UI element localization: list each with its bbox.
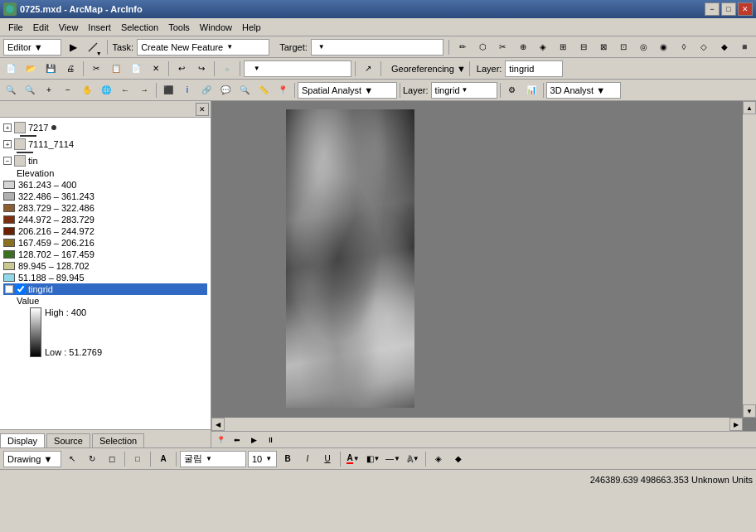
target-dropdown[interactable]: ▼: [311, 39, 443, 56]
expand-tingrid[interactable]: +: [5, 285, 13, 293]
toc-item-tin[interactable]: − tin: [3, 154, 207, 167]
spatial-analyst-dropdown[interactable]: Spatial Analyst ▼: [298, 82, 397, 99]
zoom-out[interactable]: 🔍: [21, 81, 39, 99]
v-scrollbar[interactable]: ▲ ▼: [743, 101, 756, 418]
scroll-up-btn[interactable]: ▲: [743, 101, 756, 114]
more-tool5[interactable]: ◎: [635, 38, 652, 56]
map-area[interactable]: ▲ ▼ ◀ ▶ 📍 ⬅ ▶ ⏸: [211, 101, 756, 447]
sa-layer-dropdown[interactable]: tingrid ▼: [431, 82, 497, 99]
h-scrollbar[interactable]: ◀ ▶: [211, 418, 743, 431]
draw-reshape[interactable]: ◻: [103, 450, 121, 468]
delete-std[interactable]: ✕: [147, 60, 165, 78]
copy-std[interactable]: 📋: [107, 60, 125, 78]
marker-btn[interactable]: ◆: [449, 450, 468, 468]
sketch-tool[interactable]: ✏: [454, 38, 471, 56]
go-to-xy[interactable]: 📍: [274, 81, 292, 99]
menu-help[interactable]: Help: [237, 21, 266, 34]
scroll-right-btn[interactable]: ▶: [729, 418, 743, 431]
open-btn[interactable]: 📂: [22, 60, 40, 78]
geo-label[interactable]: Georeferencing ▼: [391, 64, 466, 74]
save-btn[interactable]: 💾: [41, 60, 60, 78]
select-features[interactable]: ⬛: [159, 81, 177, 99]
toc-close-button[interactable]: ✕: [196, 103, 209, 116]
menu-tools[interactable]: Tools: [163, 21, 195, 34]
drawing-dropdown[interactable]: Drawing ▼: [3, 451, 61, 467]
reshape-tool[interactable]: ⬡: [474, 38, 491, 56]
underline-btn[interactable]: U: [318, 450, 337, 468]
paste-std[interactable]: 📄: [127, 60, 145, 78]
hyperlink[interactable]: 🔗: [197, 81, 216, 99]
arrow-tool[interactable]: ▶: [65, 38, 81, 56]
measure[interactable]: 📏: [254, 81, 273, 99]
vertex-tool[interactable]: ◈: [535, 38, 551, 56]
more-tool8[interactable]: ◇: [695, 38, 712, 56]
undo-btn[interactable]: ↩: [172, 60, 191, 78]
menu-view[interactable]: View: [54, 21, 84, 34]
checkbox-tingrid[interactable]: [16, 284, 26, 294]
menu-insert[interactable]: Insert: [83, 21, 116, 34]
scroll-left-btn[interactable]: ◀: [211, 418, 225, 431]
scale-dropdown[interactable]: ▼: [244, 60, 351, 77]
font-color-btn[interactable]: A ▼: [344, 450, 362, 468]
draw-rotate[interactable]: ↻: [83, 450, 101, 468]
fixed-zoom-out[interactable]: −: [59, 81, 77, 99]
fill-color-btn[interactable]: ◧ ▼: [364, 450, 382, 468]
more-tool2[interactable]: ⊟: [574, 38, 591, 56]
tab-selection[interactable]: Selection: [92, 433, 144, 447]
draw-rect[interactable]: □: [128, 450, 147, 468]
map-nav-btn1[interactable]: 📍: [213, 433, 228, 447]
fwd-extent[interactable]: →: [135, 81, 153, 99]
shadow-color-btn[interactable]: ◈: [429, 450, 448, 468]
toc-item-7217[interactable]: + 7217: [3, 121, 207, 134]
line-color-btn[interactable]: — ▼: [384, 450, 402, 468]
add-data-btn[interactable]: ⬦: [218, 60, 236, 78]
map-nav-btn4[interactable]: ⏸: [263, 433, 278, 447]
draw-text[interactable]: A: [154, 450, 172, 468]
more-tool7[interactable]: ◊: [676, 38, 692, 56]
merge-tool[interactable]: ⊕: [515, 38, 531, 56]
draw-select[interactable]: ↖: [63, 450, 81, 468]
html-popup[interactable]: 💬: [216, 81, 235, 99]
scroll-down-btn[interactable]: ▼: [743, 404, 756, 418]
minimize-button[interactable]: −: [705, 2, 720, 16]
print-btn[interactable]: 🖨: [61, 60, 80, 78]
locate-btn[interactable]: ↗: [359, 60, 377, 78]
tab-display[interactable]: Display: [0, 433, 45, 447]
geo-layer-dropdown[interactable]: tingrid: [505, 60, 563, 77]
map-canvas[interactable]: ▲ ▼ ◀ ▶: [211, 101, 756, 431]
new-btn[interactable]: 📄: [2, 60, 20, 78]
maximize-button[interactable]: □: [721, 2, 736, 16]
edit-tool[interactable]: ▼: [85, 38, 101, 56]
font-dropdown[interactable]: 굴림 ▼: [180, 451, 246, 467]
italic-btn[interactable]: I: [298, 450, 317, 468]
tab-source[interactable]: Source: [46, 433, 90, 447]
back-extent[interactable]: ←: [116, 81, 134, 99]
menu-selection[interactable]: Selection: [116, 21, 163, 34]
expand-7111[interactable]: +: [3, 140, 12, 148]
expand-tin[interactable]: −: [3, 157, 12, 165]
fixed-zoom-in[interactable]: +: [40, 81, 58, 99]
analyst-3d-dropdown[interactable]: 3D Analyst ▼: [546, 82, 621, 99]
menu-window[interactable]: Window: [195, 21, 237, 34]
more-tool4[interactable]: ⊡: [615, 38, 632, 56]
pan[interactable]: ✋: [78, 81, 96, 99]
map-nav-btn2[interactable]: ⬅: [230, 433, 245, 447]
shadow-btn[interactable]: A ▼: [404, 450, 422, 468]
font-size-dropdown[interactable]: 10 ▼: [248, 451, 277, 467]
task-dropdown[interactable]: Create New Feature ▼: [137, 39, 269, 56]
identify[interactable]: i: [178, 81, 196, 99]
close-button[interactable]: ✕: [738, 2, 753, 16]
cut-std[interactable]: ✂: [87, 60, 105, 78]
more-tool1[interactable]: ⊞: [555, 38, 571, 56]
redo-btn[interactable]: ↪: [192, 60, 211, 78]
more-tool9[interactable]: ◆: [715, 38, 732, 56]
full-extent[interactable]: 🌐: [97, 81, 115, 99]
more-tool10[interactable]: ◾: [736, 38, 753, 56]
find[interactable]: 🔍: [235, 81, 254, 99]
sa-btn1[interactable]: ⚙: [503, 81, 521, 99]
toc-item-tingrid[interactable]: + tingrid: [3, 283, 207, 295]
editor-dropdown[interactable]: Editor ▼: [3, 39, 61, 56]
toc-item-7111[interactable]: + 7111_7114: [3, 138, 207, 151]
more-tool6[interactable]: ◉: [656, 38, 672, 56]
menu-file[interactable]: File: [3, 21, 28, 34]
